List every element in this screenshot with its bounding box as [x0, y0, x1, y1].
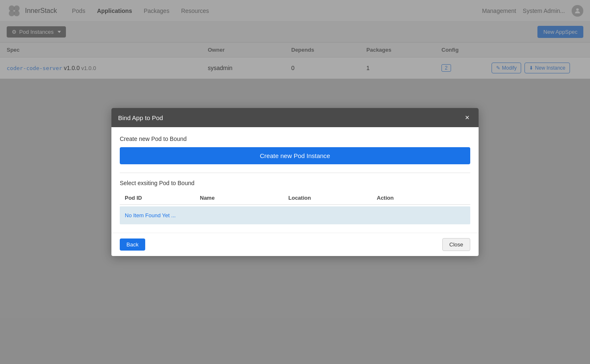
modal-overlay[interactable]: Bind App to Pod × Create new Pod to Boun… [0, 0, 590, 79]
